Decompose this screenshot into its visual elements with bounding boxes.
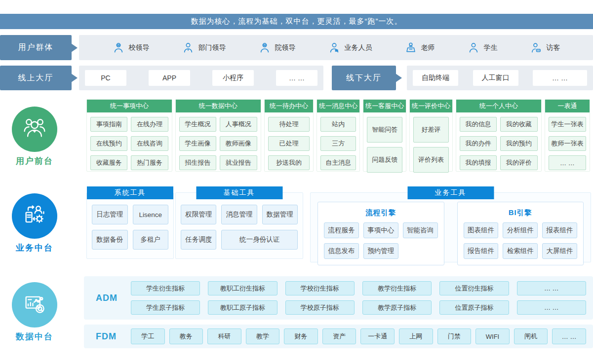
frontend-card-title: 统一数据中心 bbox=[176, 100, 261, 112]
adm-cell: 学校衍生指标 bbox=[285, 281, 355, 295]
fdm-cell: WIFI bbox=[475, 328, 510, 344]
offline-hall-label: 线下大厅 bbox=[332, 66, 396, 90]
hall-box: PC bbox=[85, 70, 126, 86]
hall-box: … … bbox=[276, 70, 317, 86]
frontend-cell: 自主消息 bbox=[320, 155, 356, 170]
frontend-card-title: 统一客服中心 bbox=[363, 100, 406, 112]
tool-cell: 权限管理 bbox=[181, 205, 216, 224]
user-group-item: 业务人员 bbox=[328, 41, 372, 54]
adm-cell: 学校原子指标 bbox=[285, 300, 355, 315]
frontend-cell: 热门服务 bbox=[131, 155, 168, 170]
frontend-card: 统一个人中心我的信息我的收藏我的办件我的预约我的填报我的评价 bbox=[456, 99, 542, 172]
business-tools-title: 业务工具 bbox=[407, 186, 494, 199]
frontend-cell: 三方 bbox=[320, 136, 356, 151]
tool-cell: 日志管理 bbox=[92, 205, 128, 224]
frontend-cell: 学生画像 bbox=[179, 136, 216, 151]
adm-band: ADM 学生衍生指标教职工衍生指标学校衍生指标教学衍生指标位置衍生指标… …学生… bbox=[84, 276, 593, 320]
process-gear-icon bbox=[22, 202, 47, 230]
system-tools-grid: 日志管理Lisence数据备份多租户 bbox=[87, 193, 173, 255]
student-icon bbox=[467, 41, 480, 54]
adm-cell: 教职工衍生指标 bbox=[208, 281, 277, 295]
engine-cell: 智能咨询 bbox=[403, 222, 438, 238]
adm-cell: 教学原子指标 bbox=[362, 300, 432, 315]
frontend-cell: 智能问答 bbox=[367, 117, 402, 143]
frontend-cell: 我的办件 bbox=[460, 136, 497, 151]
frontend-cell: 人事概况 bbox=[220, 117, 257, 132]
frontend-cell: 事项指南 bbox=[90, 117, 127, 132]
frontend-cell: 好差评 bbox=[413, 117, 449, 143]
frontend-cell: 就业报告 bbox=[220, 155, 257, 170]
adm-cell: … … bbox=[517, 281, 586, 295]
adm-rows: 学生衍生指标教职工衍生指标学校衍生指标教学衍生指标位置衍生指标… …学生原子指标… bbox=[131, 276, 586, 320]
basic-tools-title: 基础工具 bbox=[196, 186, 282, 199]
engine-cell: 报告组件 bbox=[464, 243, 499, 259]
online-hall-label-text: 线上大厅 bbox=[18, 73, 54, 83]
fdm-label: FDM bbox=[96, 331, 117, 342]
frontend-card: 统一数据中心学生概况人事概况学生画像教师画像招生报告就业报告 bbox=[175, 99, 261, 172]
frontend-cell: 我的收藏 bbox=[500, 117, 537, 132]
engine-title: 流程引擎 bbox=[324, 208, 438, 218]
frontend-card: 统一事项中心事项指南在线办理在线预约在线咨询收藏服务热门服务 bbox=[86, 99, 172, 172]
frontend-card: 统一消息中心站内三方自主消息 bbox=[316, 99, 360, 172]
frontend-cell: 教师一张表 bbox=[549, 136, 586, 151]
frontend-card: 统一客服中心智能问答问题反馈 bbox=[363, 99, 406, 172]
tool-cell: 统一身份认证 bbox=[221, 230, 298, 250]
frontend-cell: 待处理 bbox=[268, 117, 310, 132]
engine-cell: 检索组件 bbox=[503, 243, 538, 259]
frontend-cell: 招生报告 bbox=[179, 155, 216, 170]
chart-board-icon bbox=[22, 291, 47, 319]
offline-hall-panel: 自助终端人工窗口… … bbox=[407, 66, 593, 90]
fdm-cell: 财务 bbox=[284, 328, 318, 344]
adm-cell: … … bbox=[517, 300, 586, 315]
frontend-cell: 收藏服务 bbox=[90, 155, 127, 170]
frontend-cell: … … bbox=[549, 155, 586, 170]
hall-box: APP bbox=[149, 70, 190, 86]
engine-grid: 流程服务事项中心智能咨询信息发布预约管理 bbox=[324, 222, 438, 259]
fdm-cell: 科研 bbox=[207, 328, 241, 344]
offline-hall-label-text: 线下大厅 bbox=[346, 73, 382, 83]
frontend-card-body: 学生一张表教师一张表… … bbox=[545, 112, 590, 175]
frontend-card-title: 统一事项中心 bbox=[87, 100, 172, 112]
user-group-label: 访客 bbox=[547, 43, 560, 52]
business-section-circle bbox=[12, 193, 57, 239]
engine-card: 流程引擎流程服务事项中心智能咨询信息发布预约管理 bbox=[317, 202, 444, 265]
data-section-label: 数据中台 bbox=[0, 331, 69, 342]
adm-cell: 教职工原子指标 bbox=[208, 300, 277, 315]
business-tools-panel: 业务工具 流程引擎流程服务事项中心智能咨询信息发布预约管理BI引擎图表组件分析组… bbox=[310, 192, 591, 262]
frontend-card-body: 站内三方自主消息 bbox=[317, 112, 359, 175]
hall-box: … … bbox=[533, 70, 587, 86]
tool-cell: 数据备份 bbox=[92, 230, 128, 250]
frontend-columns: 统一事项中心事项指南在线办理在线预约在线咨询收藏服务热门服务统一数据中心学生概况… bbox=[86, 99, 590, 172]
frontend-card-body: 事项指南在线办理在线预约在线咨询收藏服务热门服务 bbox=[87, 112, 172, 175]
fdm-cell: 闸机 bbox=[514, 328, 548, 344]
offline-hall-boxes: 自助终端人工窗口… … bbox=[407, 66, 593, 90]
fdm-rows: 学工教务科研教学财务资产一卡通上网门禁WIFI闸机… … bbox=[131, 325, 586, 348]
user-groups-panel: 校领导部门领导院领导业务人员老师学生访客 bbox=[79, 35, 593, 60]
user-groups-label-text: 用户群体 bbox=[18, 42, 54, 53]
frontend-card-body: 我的信息我的收藏我的办件我的预约我的填报我的评价 bbox=[456, 112, 541, 175]
tool-cell: 数据管理 bbox=[262, 205, 298, 224]
engine-card: BI引擎图表组件分析组件报表组件报告组件检索组件大屏组件 bbox=[457, 202, 584, 265]
frontend-cell: 我的信息 bbox=[460, 117, 497, 132]
frontend-card-title: 一表通 bbox=[545, 100, 590, 112]
fdm-cell: 教务 bbox=[169, 328, 203, 344]
hall-box: 人工窗口 bbox=[473, 70, 518, 86]
user-group-item: 部门领导 bbox=[182, 41, 226, 54]
college-leader-icon bbox=[258, 41, 271, 54]
frontend-cell: 在线办理 bbox=[131, 117, 168, 132]
frontend-card-body: 智能问答问题反馈 bbox=[363, 112, 406, 177]
tool-cell: 任务调度 bbox=[181, 230, 216, 250]
fdm-cell: 学工 bbox=[131, 328, 165, 344]
fdm-row: 学工教务科研教学财务资产一卡通上网门禁WIFI闸机… … bbox=[131, 328, 586, 344]
tool-cell: Lisence bbox=[133, 205, 169, 224]
architecture-diagram: 数据为核心，流程为基础，双中台，更灵活，最多“跑”一次。 用户群体 校领导部门领… bbox=[0, 0, 593, 364]
teacher-icon bbox=[404, 41, 417, 54]
frontend-card-title: 统一待办中心 bbox=[265, 100, 314, 112]
frontend-cell: 在线咨询 bbox=[131, 136, 168, 151]
engine-cell: 信息发布 bbox=[324, 243, 359, 259]
engines: 流程引擎流程服务事项中心智能咨询信息发布预约管理BI引擎图表组件分析组件报表组件… bbox=[311, 193, 591, 271]
frontend-cell: 我的预约 bbox=[500, 136, 537, 151]
frontend-section-circle bbox=[12, 107, 57, 152]
user-group-label: 业务人员 bbox=[345, 43, 372, 52]
user-group-item: 老师 bbox=[404, 41, 435, 54]
